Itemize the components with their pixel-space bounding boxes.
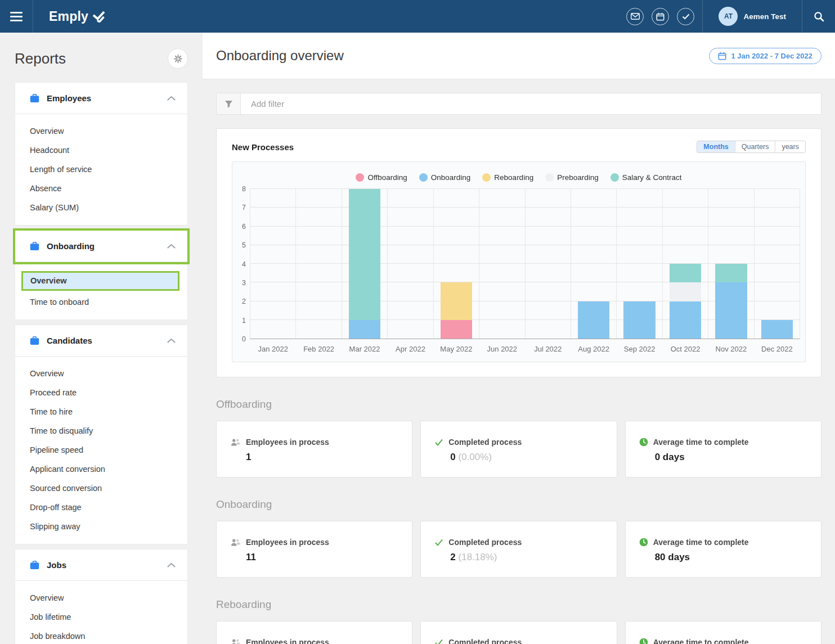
tasks-check-icon[interactable] bbox=[677, 8, 694, 25]
bar-segment-reboarding bbox=[441, 282, 472, 320]
sidebar-item-jobs-job-lifetime[interactable]: Job lifetime bbox=[15, 607, 187, 627]
stat-card-label: Average time to complete bbox=[653, 638, 749, 644]
legend-item-onboarding[interactable]: Onboarding bbox=[419, 173, 471, 182]
sidebar-item-candidates-slipping-away[interactable]: Slipping away bbox=[15, 517, 187, 536]
legend-item-offboarding[interactable]: Offboarding bbox=[356, 173, 407, 182]
toggle-quarters[interactable]: Quarters bbox=[735, 141, 775, 152]
legend-item-preboarding[interactable]: Preboarding bbox=[545, 173, 599, 182]
stacked-bar bbox=[441, 189, 472, 339]
bar-segment-salary-contract bbox=[349, 189, 380, 320]
x-tick-label: Nov 2022 bbox=[708, 345, 753, 353]
sidebar-section-label: Onboarding bbox=[47, 241, 95, 251]
stat-card-onboarding-employees-in-process: Employees in process 11 bbox=[216, 521, 412, 578]
sidebar-section-items: OverviewTime to onboard bbox=[15, 262, 187, 319]
sidebar-item-employees-length-of-service[interactable]: Length of service bbox=[15, 160, 187, 179]
people-icon bbox=[230, 438, 241, 447]
sidebar-item-candidates-sourced-conversion[interactable]: Sourced conversion bbox=[15, 479, 187, 498]
stacked-bar bbox=[532, 189, 564, 339]
calendar-icon[interactable] bbox=[652, 8, 669, 25]
sidebar-section-candidates[interactable]: Candidates bbox=[15, 325, 187, 357]
sidebar-section-jobs[interactable]: Jobs bbox=[15, 550, 187, 581]
chart-column-feb-2022: Feb 2022 bbox=[295, 189, 341, 339]
stat-section-offboarding: Offboarding Employees in process 1 Compl… bbox=[216, 398, 821, 478]
sidebar-item-jobs-overview[interactable]: Overview bbox=[15, 588, 187, 607]
date-range-button[interactable]: 1 Jan 2022 - 7 Dec 2022 bbox=[709, 48, 821, 64]
y-tick-label: 2 bbox=[242, 298, 246, 305]
sidebar-item-jobs-job-breakdown[interactable]: Job breakdown bbox=[15, 627, 187, 644]
toggle-years[interactable]: years bbox=[775, 141, 805, 152]
sidebar-section-label: Candidates bbox=[47, 336, 92, 345]
sidebar-item-onboarding-time-to-onboard[interactable]: Time to onboard bbox=[15, 292, 187, 312]
chart-legend: OffboardingOnboardingReboardingPreboardi… bbox=[232, 169, 805, 186]
sidebar-sections: Employees OverviewHeadcountLength of ser… bbox=[0, 82, 203, 644]
sidebar-section-onboarding[interactable]: Onboarding bbox=[15, 231, 187, 262]
legend-swatch bbox=[356, 173, 364, 182]
stat-cards-row: Employees in process 2 Completed process… bbox=[216, 621, 821, 644]
bar-segment-onboarding bbox=[623, 301, 655, 339]
sidebar-item-candidates-drop-off-stage[interactable]: Drop-off stage bbox=[15, 498, 187, 517]
stat-card-offboarding-average-time-to-complete: Average time to complete 0 days bbox=[625, 421, 821, 478]
stacked-bar bbox=[623, 189, 655, 339]
sidebar-item-employees-headcount[interactable]: Headcount bbox=[15, 141, 187, 160]
stacked-bar bbox=[257, 189, 289, 339]
plot-area: Jan 2022Feb 2022Mar 2022Apr 2022May 2022… bbox=[250, 189, 800, 339]
menu-icon[interactable] bbox=[0, 0, 33, 33]
stat-card-offboarding-completed-process: Completed process 0 (0.00%) bbox=[420, 421, 617, 478]
chart-column-jun-2022: Jun 2022 bbox=[479, 189, 524, 339]
sidebar-item-candidates-time-to-disqualify[interactable]: Time to disqualify bbox=[15, 421, 187, 440]
chart-column-mar-2022: Mar 2022 bbox=[342, 189, 387, 339]
app-logo[interactable]: Emply bbox=[49, 9, 106, 24]
stat-card-label: Average time to complete bbox=[653, 438, 749, 447]
search-icon[interactable] bbox=[802, 0, 835, 33]
sidebar-section-employees[interactable]: Employees bbox=[15, 83, 187, 114]
mail-icon[interactable] bbox=[626, 8, 644, 25]
sidebar-section: Onboarding OverviewTime to onboard bbox=[15, 230, 188, 320]
bar-segment-preboarding bbox=[670, 282, 701, 301]
add-filter-input[interactable] bbox=[241, 93, 821, 114]
sidebar-item-candidates-time-to-hire[interactable]: Time to hire bbox=[15, 402, 187, 421]
stat-card-value: 0 (0.00%) bbox=[450, 452, 603, 463]
chart-column-nov-2022: Nov 2022 bbox=[708, 189, 753, 339]
x-tick-label: Jul 2022 bbox=[526, 345, 571, 353]
sidebar-item-candidates-pipeline-speed[interactable]: Pipeline speed bbox=[15, 440, 187, 460]
sidebar-item-employees-overview[interactable]: Overview bbox=[15, 121, 187, 141]
new-processes-chart: OffboardingOnboardingReboardingPreboardi… bbox=[232, 161, 806, 362]
sidebar-item-employees-absence[interactable]: Absence bbox=[15, 179, 187, 198]
chart-column-jul-2022: Jul 2022 bbox=[525, 189, 571, 339]
sidebar-title: Reports bbox=[15, 50, 66, 67]
stat-card-value: 11 bbox=[246, 552, 398, 563]
chart-column-may-2022: May 2022 bbox=[433, 189, 479, 339]
user-menu[interactable]: AT Aemen Test bbox=[703, 0, 802, 33]
people-icon bbox=[230, 638, 241, 644]
y-tick-label: 4 bbox=[242, 260, 246, 268]
sidebar-item-candidates-applicant-conversion[interactable]: Applicant conversion bbox=[15, 460, 187, 479]
bar-segment-onboarding bbox=[670, 301, 701, 339]
y-axis-labels: 012345678 bbox=[237, 189, 250, 339]
chart-column-dec-2022: Dec 2022 bbox=[754, 189, 800, 339]
stat-section-onboarding: Onboarding Employees in process 11 Compl… bbox=[216, 498, 821, 578]
gear-icon[interactable] bbox=[168, 48, 188, 69]
check-icon bbox=[434, 639, 443, 644]
period-toggle: MonthsQuartersyears bbox=[697, 141, 806, 153]
check-icon bbox=[434, 439, 443, 446]
chart-title: New Processes bbox=[232, 142, 294, 152]
briefcase-icon bbox=[30, 336, 39, 345]
sidebar-item-onboarding-overview[interactable]: Overview bbox=[21, 271, 179, 291]
toggle-months[interactable]: Months bbox=[697, 141, 734, 152]
chevron-up-icon bbox=[167, 562, 176, 568]
sidebar-section-label: Jobs bbox=[47, 560, 66, 570]
stat-card-onboarding-average-time-to-complete: Average time to complete 80 days bbox=[625, 521, 821, 578]
x-tick-label: Sep 2022 bbox=[617, 345, 662, 353]
bar-segment-salary-contract bbox=[715, 264, 747, 282]
legend-item-reboarding[interactable]: Reboarding bbox=[482, 173, 533, 182]
chart-column-aug-2022: Aug 2022 bbox=[571, 189, 616, 339]
filter-bar bbox=[216, 93, 821, 115]
chart-card: New Processes MonthsQuartersyears Offboa… bbox=[216, 128, 821, 377]
legend-item-salary-contract[interactable]: Salary & Contract bbox=[610, 173, 682, 182]
sidebar-item-candidates-overview[interactable]: Overview bbox=[15, 364, 187, 383]
sidebar-item-candidates-proceed-rate[interactable]: Proceed rate bbox=[15, 383, 187, 402]
sidebar-item-employees-salary-sum[interactable]: Salary (SUM) bbox=[15, 198, 187, 217]
calendar-icon bbox=[718, 52, 726, 60]
stat-section-reboarding: Reboarding Employees in process 2 Comple… bbox=[216, 598, 821, 644]
date-range-label: 1 Jan 2022 - 7 Dec 2022 bbox=[731, 52, 812, 60]
